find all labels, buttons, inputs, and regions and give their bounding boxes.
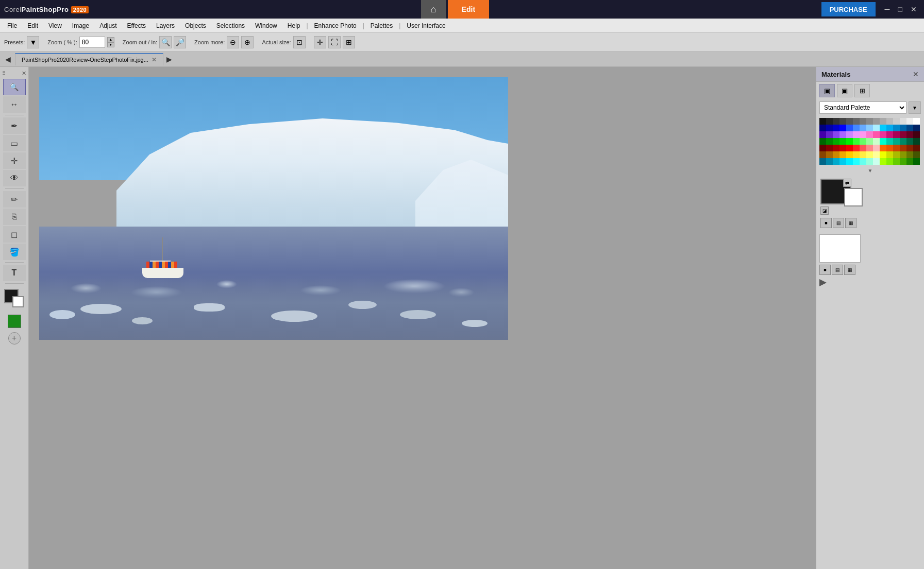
- menu-window[interactable]: Window: [250, 20, 282, 31]
- color-cell-4-3[interactable]: [839, 145, 846, 151]
- color-cell-0-9[interactable]: [880, 118, 886, 125]
- color-cell-6-2[interactable]: [833, 158, 839, 165]
- zoom-down[interactable]: ▼: [107, 42, 114, 47]
- color-cell-3-6[interactable]: [860, 138, 866, 145]
- color-cell-6-10[interactable]: [886, 158, 893, 165]
- tab-close-button[interactable]: ✕: [152, 56, 157, 63]
- color-cell-0-3[interactable]: [839, 118, 846, 125]
- color-cell-3-4[interactable]: [846, 138, 853, 145]
- menu-enhance-photo[interactable]: Enhance Photo: [309, 20, 362, 31]
- color-cell-2-12[interactable]: [900, 131, 906, 138]
- color-cell-0-7[interactable]: [866, 118, 873, 125]
- move-tool-button[interactable]: ✛: [3, 152, 26, 169]
- color-cell-6-14[interactable]: [913, 158, 920, 165]
- close-button[interactable]: ✕: [908, 4, 920, 14]
- fit-button[interactable]: ✛: [314, 36, 326, 48]
- color-cell-3-2[interactable]: [833, 138, 839, 145]
- color-cell-5-5[interactable]: [853, 151, 860, 158]
- color-cell-2-3[interactable]: [839, 131, 846, 138]
- color-cell-6-4[interactable]: [846, 158, 853, 165]
- default-colors-button[interactable]: ◪: [820, 206, 829, 215]
- color-cell-5-4[interactable]: [846, 151, 853, 158]
- color-cell-6-8[interactable]: [873, 158, 880, 165]
- color-cell-5-2[interactable]: [833, 151, 839, 158]
- zoom-tool-button[interactable]: 🔍: [3, 79, 26, 95]
- color-cell-6-1[interactable]: [826, 158, 833, 165]
- fit-window-button[interactable]: ⛶: [328, 36, 341, 48]
- color-cell-5-7[interactable]: [866, 151, 873, 158]
- color-cell-4-10[interactable]: [886, 145, 893, 151]
- color-cell-5-9[interactable]: [880, 151, 886, 158]
- active-color[interactable]: [8, 315, 21, 328]
- color-cell-4-5[interactable]: [853, 145, 860, 151]
- color-cell-1-13[interactable]: [906, 125, 913, 131]
- menu-file[interactable]: File: [2, 20, 22, 31]
- materials-close-button[interactable]: ✕: [913, 70, 919, 78]
- color-cell-4-6[interactable]: [860, 145, 866, 151]
- color-cell-4-7[interactable]: [866, 145, 873, 151]
- color-cell-1-9[interactable]: [880, 125, 886, 131]
- color-cell-6-11[interactable]: [893, 158, 900, 165]
- color-cell-2-7[interactable]: [866, 131, 873, 138]
- fit-image-button[interactable]: ⊞: [343, 36, 355, 48]
- color-cell-0-1[interactable]: [826, 118, 833, 125]
- color-cell-4-12[interactable]: [900, 145, 906, 151]
- color-cell-3-13[interactable]: [906, 138, 913, 145]
- color-cell-1-12[interactable]: [900, 125, 906, 131]
- color-cell-6-5[interactable]: [853, 158, 860, 165]
- color-cell-6-6[interactable]: [860, 158, 866, 165]
- minimize-button[interactable]: ─: [882, 4, 893, 14]
- palette-options-button[interactable]: ▼: [909, 101, 921, 114]
- color-cell-3-10[interactable]: [886, 138, 893, 145]
- menu-adjust[interactable]: Adjust: [94, 20, 122, 31]
- bg-pattern-option[interactable]: ▦: [844, 265, 855, 275]
- color-cell-2-1[interactable]: [826, 131, 833, 138]
- brush-tool-button[interactable]: ✏: [3, 191, 26, 208]
- color-cell-1-11[interactable]: [893, 125, 900, 131]
- color-cell-1-8[interactable]: [873, 125, 880, 131]
- color-cell-1-1[interactable]: [826, 125, 833, 131]
- color-cell-4-0[interactable]: [819, 145, 826, 151]
- color-cell-2-11[interactable]: [893, 131, 900, 138]
- color-cell-2-9[interactable]: [880, 131, 886, 138]
- color-cell-1-3[interactable]: [839, 125, 846, 131]
- color-cell-6-12[interactable]: [900, 158, 906, 165]
- actual-size-button[interactable]: ⊡: [293, 36, 306, 48]
- tab-next-button[interactable]: ▶: [163, 55, 175, 63]
- menu-effects[interactable]: Effects: [122, 20, 151, 31]
- color-cell-0-5[interactable]: [853, 118, 860, 125]
- zoom-input[interactable]: [79, 37, 105, 48]
- color-cell-1-2[interactable]: [833, 125, 839, 131]
- color-cell-2-10[interactable]: [886, 131, 893, 138]
- color-cell-3-9[interactable]: [880, 138, 886, 145]
- color-cell-1-7[interactable]: [866, 125, 873, 131]
- materials-tab-foreground[interactable]: ▣: [819, 84, 835, 97]
- fill-tool-button[interactable]: 🪣: [3, 244, 26, 260]
- color-cell-3-5[interactable]: [853, 138, 860, 145]
- color-cell-5-6[interactable]: [860, 151, 866, 158]
- secondary-swatch[interactable]: [819, 234, 861, 263]
- left-toolbar-close[interactable]: ✕: [22, 70, 26, 77]
- color-cell-1-0[interactable]: [819, 125, 826, 131]
- menu-edit[interactable]: Edit: [22, 20, 43, 31]
- color-cell-3-1[interactable]: [826, 138, 833, 145]
- bg-gradient-option[interactable]: ▤: [832, 265, 843, 275]
- color-cell-6-13[interactable]: [906, 158, 913, 165]
- color-cell-0-10[interactable]: [886, 118, 893, 125]
- color-cell-0-14[interactable]: [913, 118, 920, 125]
- color-cell-4-2[interactable]: [833, 145, 839, 151]
- triangle-button[interactable]: [819, 279, 827, 286]
- color-cell-4-13[interactable]: [906, 145, 913, 151]
- eraser-tool-button[interactable]: ◻: [3, 226, 26, 243]
- clone-tool-button[interactable]: ⎘: [3, 209, 26, 225]
- color-cell-3-11[interactable]: [893, 138, 900, 145]
- materials-tab-pattern[interactable]: ⊞: [854, 84, 870, 97]
- color-cell-5-0[interactable]: [819, 151, 826, 158]
- canvas-area[interactable]: [29, 67, 816, 569]
- color-cell-6-7[interactable]: [866, 158, 873, 165]
- pan-tool-button[interactable]: ↔: [3, 96, 26, 113]
- color-cell-3-14[interactable]: [913, 138, 920, 145]
- color-cell-0-4[interactable]: [846, 118, 853, 125]
- add-tool-button[interactable]: +: [8, 332, 21, 344]
- zoom-out-button[interactable]: 🔍: [159, 36, 172, 48]
